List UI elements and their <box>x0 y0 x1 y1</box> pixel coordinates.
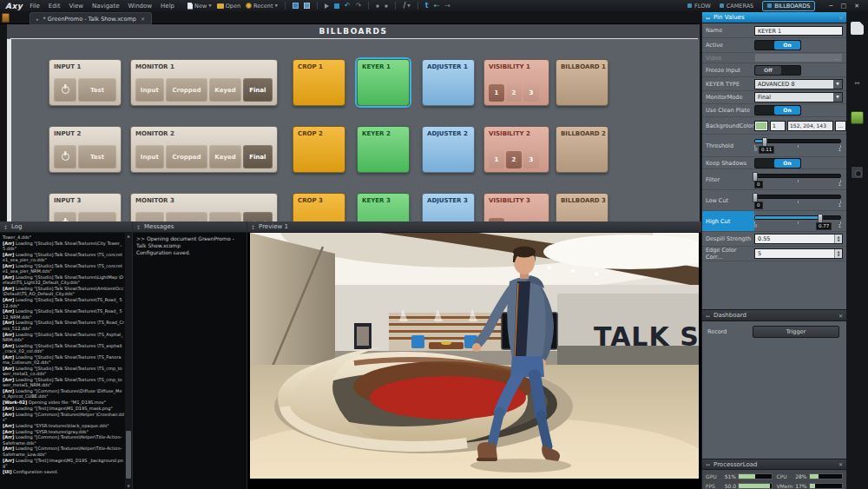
log-panel-header[interactable]: ↕ Log <box>0 221 132 233</box>
close-icon[interactable]: ✕ <box>838 15 843 21</box>
log-scrollbar[interactable]: ▲ ▼ <box>125 233 132 489</box>
test-button[interactable]: Test <box>78 78 116 102</box>
dashboard-header[interactable]: ↔ Dashboard ✕ <box>702 310 846 321</box>
name-input[interactable]: KEYER 1 <box>754 26 843 36</box>
low-cut-slider[interactable]: 0 1 0 <box>754 190 841 210</box>
visibility-2-button[interactable]: 2 <box>506 151 522 169</box>
tab-close-icon[interactable]: ✕ <box>141 16 145 22</box>
tab-cameras[interactable]: CAMERAS <box>720 3 754 10</box>
monitor-keyed-button[interactable]: Keyed <box>209 78 240 102</box>
documents-icon[interactable] <box>851 22 864 35</box>
visibility-1-button[interactable]: 1 <box>489 151 504 169</box>
color-alpha-field[interactable]: 1 <box>770 121 786 131</box>
messages-panel-header[interactable]: ↕ Messages <box>133 221 247 233</box>
open-button[interactable]: Open <box>216 3 241 10</box>
edge-color-input[interactable]: 5▲▼ <box>754 248 843 259</box>
monitor-final-button[interactable]: Final <box>243 212 273 221</box>
visibility-3-button[interactable]: 3 <box>523 151 539 169</box>
menu-view[interactable]: View <box>69 3 83 10</box>
save-all-button[interactable] <box>303 3 311 9</box>
maximize-button[interactable]: □ <box>841 3 847 10</box>
freeze-input-toggle[interactable]: Off <box>754 65 801 76</box>
monitor-cropped-button[interactable]: Cropped <box>166 212 208 221</box>
probe-button[interactable] <box>424 2 430 10</box>
keyer-button[interactable]: KEYER 3 <box>357 193 410 221</box>
color-swatch[interactable] <box>754 121 768 131</box>
processor-load-header[interactable]: ↔ ProcessorLoad ✕ <box>702 459 846 470</box>
billboard-button[interactable]: BILLBOARD 3 <box>556 193 608 221</box>
pin-a-button[interactable] <box>375 4 380 8</box>
test-button[interactable]: Test <box>78 145 116 169</box>
tools-button[interactable]: ▼ <box>402 2 411 10</box>
clean-plate-toggle[interactable]: On <box>754 105 801 116</box>
visibility-3-button[interactable]: 3 <box>523 84 539 102</box>
stepper-icons[interactable]: ▲▼ <box>834 235 842 243</box>
document-tab[interactable]: ▸ * GreenPromo - Talk Show.xcomp ✕ <box>30 12 152 24</box>
filter-slider[interactable]: 0 1 0 <box>754 169 841 189</box>
monitor-cropped-button[interactable]: Cropped <box>166 78 208 102</box>
color-more-button[interactable]: ... <box>835 121 846 131</box>
billboard-button[interactable]: BILLBOARD 2 <box>556 126 608 173</box>
visibility-1-button[interactable]: 1 <box>489 84 504 102</box>
tab-flow[interactable]: FLOW <box>687 3 711 10</box>
close-button[interactable]: ✕ <box>854 3 859 10</box>
stop-button[interactable] <box>333 3 340 9</box>
nav-forward-button[interactable] <box>444 2 451 10</box>
adjuster-button[interactable]: ADJUSTER 1 <box>422 59 475 106</box>
resize-icon[interactable]: ↔ <box>851 77 864 90</box>
close-icon[interactable]: ✕ <box>838 313 843 319</box>
preview-panel-header[interactable]: ↕ Preview 1 <box>247 221 701 233</box>
crop-button[interactable]: CROP 3 <box>293 193 345 221</box>
pin-b-button[interactable] <box>384 4 389 8</box>
run-button[interactable] <box>324 3 330 9</box>
test-button[interactable]: Test <box>78 212 116 221</box>
threshold-slider[interactable]: 0 1 0.11 <box>754 135 841 156</box>
new-button[interactable]: New▼ <box>187 3 213 10</box>
active-toggle[interactable]: On <box>754 40 801 50</box>
camera-icon[interactable] <box>851 166 864 179</box>
monitor-input-button[interactable]: Input <box>135 78 164 102</box>
visibility-2-button[interactable]: 2 <box>506 84 522 102</box>
high-cut-slider[interactable]: 0 1 0.77 <box>754 211 841 231</box>
menu-help[interactable]: Help <box>161 3 174 10</box>
despill-strength-input[interactable]: 0.55▲▼ <box>754 234 843 244</box>
keyer-type-select[interactable]: ADVANCED 8▼ <box>754 79 843 89</box>
keep-shadows-toggle[interactable]: On <box>754 158 801 169</box>
billboard-button[interactable]: BILLBOARD 1 <box>556 59 608 106</box>
power-button[interactable] <box>54 212 76 221</box>
scroll-down-icon[interactable]: ▼ <box>125 484 132 488</box>
billboards-scrollbar[interactable] <box>7 39 11 221</box>
recent-button[interactable]: Recent▼ <box>245 3 279 10</box>
monitor-mode-select[interactable]: Final▼ <box>754 92 843 102</box>
chevron-down-icon[interactable]: ▼ <box>275 3 278 8</box>
menu-edit[interactable]: Edit <box>49 3 61 10</box>
color-rgb-field[interactable]: 152, 204, 143 <box>787 121 833 131</box>
menu-window[interactable]: Window <box>128 3 152 10</box>
scrollbar-thumb[interactable] <box>126 431 131 479</box>
pin-values-header[interactable]: ↔ Pin Values ✕ <box>702 12 846 23</box>
chevron-down-icon[interactable]: ▼ <box>208 3 211 8</box>
crop-button[interactable]: CROP 1 <box>293 59 345 106</box>
menu-navigate[interactable]: Navigate <box>92 3 119 10</box>
adjuster-button[interactable]: ADJUSTER 2 <box>422 126 475 173</box>
close-icon[interactable]: ✕ <box>838 461 843 467</box>
monitor-keyed-button[interactable]: Keyed <box>209 145 240 169</box>
monitor-final-button[interactable]: Final <box>243 78 273 102</box>
keyer-button[interactable]: KEYER 2 <box>357 126 410 173</box>
tab-billboards[interactable]: BILLBOARDS <box>762 1 815 11</box>
minimize-button[interactable]: ─ <box>829 3 832 10</box>
monitor-cropped-button[interactable]: Cropped <box>166 145 208 169</box>
chevron-down-icon[interactable]: ▼ <box>407 3 410 8</box>
crop-button[interactable]: CROP 2 <box>293 126 345 173</box>
nav-back-button[interactable] <box>433 2 441 10</box>
library-icon[interactable] <box>851 111 864 124</box>
redo-button[interactable] <box>355 2 363 10</box>
adjuster-button[interactable]: ADJUSTER 3 <box>422 193 475 221</box>
undo-button[interactable] <box>344 2 352 10</box>
trigger-button[interactable]: Trigger <box>753 326 839 338</box>
monitor-input-button[interactable]: Input <box>135 212 164 221</box>
monitor-final-button[interactable]: Final <box>243 145 273 169</box>
power-button[interactable] <box>54 78 76 102</box>
monitor-input-button[interactable]: Input <box>135 145 164 169</box>
save-button[interactable] <box>292 3 299 9</box>
